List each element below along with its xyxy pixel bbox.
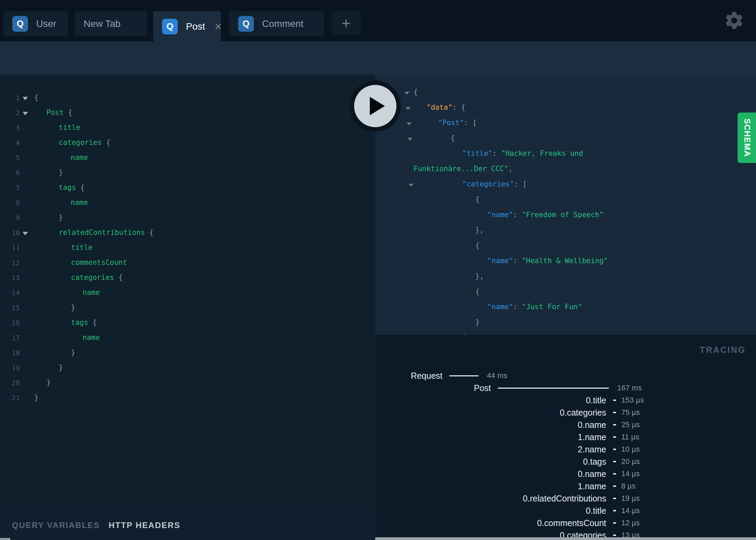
token: { bbox=[451, 134, 455, 142]
top-bar: QUserNew TabQPost×QComment+ bbox=[0, 0, 756, 42]
http-headers-tab[interactable]: HTTP HEADERS bbox=[109, 521, 180, 530]
tracing-label: 0.title bbox=[375, 506, 606, 516]
query-editor-pane[interactable]: 1{2Post {3title4categories {5name6}7tags… bbox=[0, 75, 375, 510]
token: categories bbox=[71, 273, 114, 282]
token: "Hacker, Freaks und bbox=[501, 149, 583, 158]
response-text: { bbox=[413, 88, 418, 96]
code-text: categories { bbox=[71, 273, 123, 282]
tracing-bar bbox=[613, 510, 616, 511]
line-number: 1 bbox=[0, 94, 20, 102]
code-text: tags { bbox=[71, 318, 97, 327]
tracing-title: TRACING bbox=[700, 345, 746, 355]
tracing-bar bbox=[613, 485, 616, 487]
fold-arrow-icon[interactable] bbox=[23, 97, 28, 100]
token: title bbox=[71, 243, 92, 252]
token: { bbox=[88, 318, 97, 327]
tracing-duration: 12 µs bbox=[621, 519, 640, 527]
line-number: 7 bbox=[0, 184, 20, 192]
tracing-duration: 10 µs bbox=[621, 445, 640, 454]
toolbar: PRETTIFY HISTORY ↺ COPY CURL SHARE PLAYG… bbox=[0, 42, 756, 75]
token: } bbox=[59, 363, 63, 372]
editor-line: 2Post { bbox=[0, 106, 375, 121]
response-line: { bbox=[375, 131, 756, 147]
query-badge: Q bbox=[12, 16, 28, 32]
new-tab-button[interactable]: + bbox=[332, 11, 361, 35]
editor-line: 19} bbox=[0, 361, 375, 376]
tab-post[interactable]: QPost× bbox=[153, 11, 221, 42]
tracing-row: 0.title14 µs bbox=[375, 505, 756, 517]
editor-line: 14name bbox=[0, 286, 375, 301]
execute-query-button[interactable] bbox=[350, 80, 401, 132]
play-icon bbox=[370, 97, 385, 115]
tab-user[interactable]: QUser bbox=[3, 11, 68, 36]
code-text: name bbox=[71, 198, 88, 207]
response-text: { bbox=[475, 241, 480, 250]
fold-arrow-icon[interactable] bbox=[23, 232, 28, 235]
tracing-label: 0.name bbox=[375, 469, 606, 479]
close-tab-icon[interactable]: × bbox=[215, 20, 222, 33]
schema-tab-label: SCHEMA bbox=[742, 118, 752, 157]
token: { bbox=[64, 108, 72, 117]
fold-arrow-icon[interactable] bbox=[23, 112, 28, 115]
tracing-duration: 14 µs bbox=[621, 469, 640, 478]
response-pane[interactable]: {"data": {"Post": [{"title": "Hacker, Fr… bbox=[375, 75, 756, 335]
response-line: { bbox=[375, 193, 756, 208]
code-text: { bbox=[34, 93, 39, 102]
settings-gear-icon[interactable] bbox=[724, 10, 744, 31]
token: "name" bbox=[487, 211, 513, 219]
editor-line: 12commentsCount bbox=[0, 256, 375, 271]
collapse-arrow-icon[interactable] bbox=[407, 122, 411, 125]
token: { bbox=[475, 287, 480, 296]
tracing-panel: TRACING Request44 msPost167 ms0.title153… bbox=[375, 335, 756, 540]
code-text: } bbox=[71, 348, 75, 357]
code-text: Post { bbox=[46, 108, 72, 117]
response-text: "categories": [ bbox=[462, 180, 527, 188]
response-text: "data": { bbox=[426, 103, 465, 111]
line-number: 17 bbox=[0, 334, 20, 342]
token: { bbox=[145, 228, 154, 237]
line-number: 16 bbox=[0, 319, 20, 327]
line-number: 14 bbox=[0, 289, 20, 297]
token: name bbox=[83, 288, 100, 297]
editor-line: 18} bbox=[0, 346, 375, 361]
token: { bbox=[76, 183, 85, 192]
tracing-bar bbox=[613, 522, 616, 524]
code-text: name bbox=[83, 333, 100, 342]
collapse-arrow-icon[interactable] bbox=[405, 92, 409, 95]
editor-horizontal-scrollbar[interactable] bbox=[0, 538, 10, 540]
tracing-bar bbox=[613, 400, 616, 401]
tracing-bar bbox=[613, 461, 616, 462]
tracing-duration: 20 µs bbox=[621, 457, 640, 466]
collapse-arrow-icon[interactable] bbox=[408, 138, 412, 141]
tracing-horizontal-scrollbar[interactable] bbox=[375, 537, 756, 540]
token: { bbox=[413, 88, 418, 96]
tab-comment[interactable]: QComment bbox=[229, 11, 324, 36]
tab-new-tab[interactable]: New Tab bbox=[75, 11, 147, 36]
token: { bbox=[114, 273, 122, 282]
response-text: "name": "Freedom of Speech" bbox=[487, 211, 604, 219]
token: Post bbox=[46, 108, 64, 117]
tracing-bar bbox=[613, 436, 616, 438]
response-text: } bbox=[475, 318, 480, 326]
token: "data" bbox=[426, 103, 452, 111]
collapse-arrow-icon[interactable] bbox=[409, 184, 413, 187]
tracing-label: 0.name bbox=[375, 420, 606, 430]
schema-side-tab[interactable]: SCHEMA bbox=[738, 112, 756, 163]
query-badge: Q bbox=[238, 16, 254, 32]
tracing-row: Post167 ms bbox=[375, 382, 756, 394]
tracing-bar bbox=[449, 375, 479, 376]
editor-line: 7tags { bbox=[0, 181, 375, 196]
collapse-arrow-icon[interactable] bbox=[406, 107, 410, 110]
code-text: categories { bbox=[59, 138, 111, 147]
tracing-duration: 75 µs bbox=[621, 408, 640, 417]
line-number: 20 bbox=[0, 379, 20, 387]
query-variables-tab[interactable]: QUERY VARIABLES bbox=[12, 521, 100, 530]
response-line: "name": "Health & Wellbeing" bbox=[375, 254, 756, 269]
tracing-bar bbox=[613, 449, 616, 450]
line-number: 5 bbox=[0, 154, 20, 162]
editor-line: 13categories { bbox=[0, 271, 375, 286]
tab-label: User bbox=[36, 18, 56, 29]
editor-line: 20} bbox=[0, 376, 375, 391]
editor-line: 21} bbox=[0, 391, 375, 406]
token: tags bbox=[59, 183, 76, 192]
